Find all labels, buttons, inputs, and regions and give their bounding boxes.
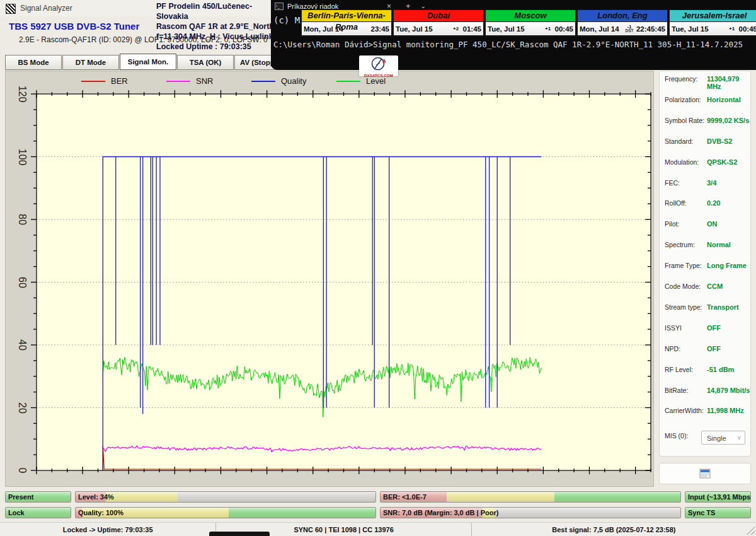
param-value: OFF xyxy=(707,324,721,332)
antenna-info-block: PF Prodelin 450/Lučenec-Slovakia Rascom … xyxy=(156,1,276,52)
clock-city: Berlin-Paris-Vienna-Roma xyxy=(302,10,391,22)
param-label: Frame Type: xyxy=(665,262,702,269)
param-label: RF Level: xyxy=(665,366,693,373)
param-value: 14,879 Mbit/s xyxy=(707,387,750,394)
clock-utc-offset: +1 xyxy=(541,27,555,31)
clock-time: 01:45 xyxy=(463,25,481,33)
y-axis-label: 120 xyxy=(16,86,28,103)
lock-indicator: Lock xyxy=(5,507,71,518)
param-value: Transport xyxy=(707,303,739,311)
param-row: NPD:OFF xyxy=(660,344,750,355)
snr-progressbar: SNR: 7,0 dB (Margin: 3,0 dB | Poor) xyxy=(380,507,681,518)
param-label: Code Mode: xyxy=(665,283,701,290)
param-row: Symbol Rate:9999,02 KS/s xyxy=(660,115,750,127)
bar-segment xyxy=(178,492,375,502)
y-axis-label: 20 xyxy=(16,402,28,414)
bar-label: Quality: 100% xyxy=(78,509,123,516)
mis-label: MIS (0): xyxy=(665,432,688,440)
clock-london-eng: London, EngMon, Jul 14-1DST22:45:45 xyxy=(577,9,668,37)
y-axis-label: 40 xyxy=(16,339,28,351)
param-label: Polarization: xyxy=(665,96,701,103)
bar-label: Lock xyxy=(8,509,25,516)
param-value: CCM xyxy=(707,283,723,290)
y-axis-label: 60 xyxy=(16,277,28,288)
param-label: ISSYI xyxy=(665,324,682,332)
ts-dialog-button[interactable] xyxy=(659,463,751,484)
ber-progressbar: BER: <1.0E-7 xyxy=(380,491,681,503)
param-value: OFF xyxy=(707,345,721,352)
clock-moscow: MoscowTue, Jul 15+100:45 xyxy=(485,9,576,37)
bar-segment xyxy=(554,492,680,502)
terminal-icon xyxy=(275,3,284,10)
param-label: Symbol Rate: xyxy=(665,117,704,124)
bar-label: BER: <1.0E-7 xyxy=(383,493,427,501)
param-row: Code Mode:CCM xyxy=(660,281,750,293)
param-row: Frame Type:Long Frame xyxy=(660,260,750,272)
chart-panel: BERSNRQualityLevel 120100806040200 xyxy=(5,71,654,487)
app-title: Signal Analyzer xyxy=(20,4,72,13)
param-value: 11,998 MHz xyxy=(707,407,744,414)
present-indicator: Present xyxy=(5,491,71,503)
param-row: Spectrum:Normal xyxy=(660,240,750,251)
param-row: ISSYIOFF xyxy=(660,323,750,334)
bar-label: Sync TS xyxy=(688,509,715,516)
clock-time: 22:45:45 xyxy=(636,25,665,33)
world-clock-panel: Berlin-Paris-Vienna-RomaMon, Jul 1423:45… xyxy=(301,9,756,37)
tab-menu-icon[interactable]: ⌄ xyxy=(421,3,426,9)
param-row: Modulation:QPSK-S2 xyxy=(660,157,750,168)
param-value: Normal xyxy=(707,241,731,248)
clock-date: Mon, Jul 14 xyxy=(304,25,357,33)
mode-tabbar: BS ModeDT ModeSignal Mon.TSA (OK)AV (Sto… xyxy=(5,54,292,71)
bar-label: Present xyxy=(8,493,33,501)
param-value: 9999,02 KS/s xyxy=(707,117,749,124)
signal-params-panel: Frequency:11304,979 MHzPolarization:Hori… xyxy=(659,71,751,457)
bar-label: Level: 34% xyxy=(78,493,114,501)
param-value: QPSK-S2 xyxy=(707,158,737,166)
info-line-2: Rascom QAF 1R at 2.9°E_North xyxy=(156,21,276,32)
param-value: Horizontal xyxy=(707,96,741,103)
tuner-title: TBS 5927 USB DVB-S2 Tuner xyxy=(9,21,139,32)
mis-select[interactable]: Single ˅ xyxy=(701,431,745,445)
clock-utc-offset: +2 xyxy=(449,27,463,31)
param-label: Modulation: xyxy=(665,158,699,166)
chevron-down-icon: ˅ xyxy=(737,431,741,445)
terminal-partial-text: (c) Mi xyxy=(273,15,306,25)
clock-utc-offset: +1 xyxy=(725,27,739,31)
param-row: RollOff:0.20 xyxy=(660,198,750,209)
param-label: Stream type: xyxy=(665,303,702,311)
tab-dt-mode[interactable]: DT Mode xyxy=(62,55,119,70)
param-row: Frequency:11304,979 MHz xyxy=(660,74,750,85)
clock-city: Dubai xyxy=(394,10,483,22)
dxsatcs-logo-icon xyxy=(371,56,386,71)
param-row: BitRate:14,879 Mbit/s xyxy=(660,385,750,397)
clock-time: 23:45 xyxy=(371,25,389,33)
tab-signal-mon-[interactable]: Signal Mon. xyxy=(120,54,176,70)
param-row: Pilot:ON xyxy=(660,219,750,230)
param-row: Stream type:Transport xyxy=(660,302,750,313)
param-label: CarrierWidth: xyxy=(665,407,704,414)
param-row: Standard:DVB-S2 xyxy=(660,136,750,148)
param-value: 0.20 xyxy=(707,199,720,207)
dxsatcs-caption: DXSATCS.COM xyxy=(359,74,398,78)
clock-date: Tue, Jul 15 xyxy=(396,25,449,33)
param-label: Pilot: xyxy=(665,220,679,228)
tab-bs-mode[interactable]: BS Mode xyxy=(5,55,62,70)
bar-label: SNR: 7,0 dB (Margin: 3,0 dB | Poor) xyxy=(383,509,498,516)
param-value: -51 dBm xyxy=(707,366,734,373)
y-axis-label: 100 xyxy=(16,148,28,165)
tab-tsa-ok-[interactable]: TSA (OK) xyxy=(177,55,234,70)
param-label: Frequency: xyxy=(665,75,698,83)
background-window-edge xyxy=(209,532,270,536)
param-value: ON xyxy=(707,220,718,228)
signal-plot xyxy=(6,71,655,490)
app-icon xyxy=(6,4,16,14)
param-label: Standard: xyxy=(665,137,694,145)
param-label: Spectrum: xyxy=(665,241,695,248)
dxsatcs-logo: DXSATCS.COM xyxy=(359,55,398,76)
status-best-signal: Best signal: 7,5 dB (2025-07-12 23:58) xyxy=(471,523,756,536)
param-value: DVB-S2 xyxy=(707,137,732,145)
level-progressbar: Level: 34% xyxy=(75,491,376,503)
clock-time: 00:45 xyxy=(739,25,756,33)
clock-date: Tue, Jul 15 xyxy=(672,25,725,33)
clock-utc-offset: -1DST xyxy=(622,25,636,33)
